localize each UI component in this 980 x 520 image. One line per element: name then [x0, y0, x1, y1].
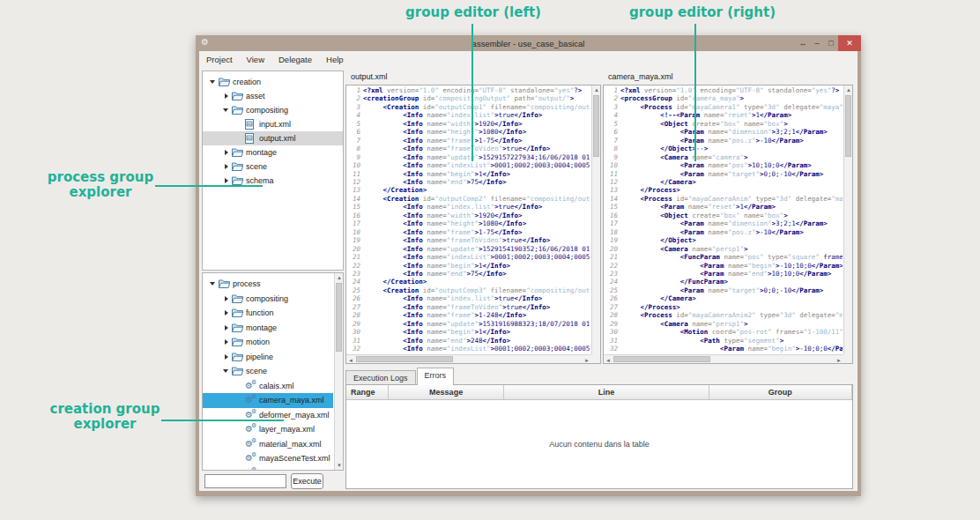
column-header-line[interactable]: Line: [504, 385, 709, 399]
expand-arrow-icon[interactable]: [223, 149, 232, 156]
creation-group-explorer-panel[interactable]: creation asset compositing input.xml out…: [202, 71, 344, 271]
annotation-line-creation-explorer: [161, 420, 284, 421]
code-area[interactable]: <?xml version="1.0" encoding="UTF-8" sta…: [620, 86, 843, 354]
tree-item-pipeline[interactable]: pipeline: [203, 350, 333, 365]
xml-file-icon: [245, 119, 258, 130]
folder-icon: [232, 148, 245, 157]
scroll-left-icon[interactable]: ◄: [604, 356, 612, 364]
maximize-icon[interactable]: □: [824, 39, 838, 48]
expand-arrow-icon[interactable]: [223, 93, 232, 100]
tree-item-calais.xml[interactable]: ⚙⚙calais.xml: [203, 379, 333, 394]
folder-icon: [232, 92, 245, 100]
menu-item-help[interactable]: Help: [326, 55, 344, 64]
tree-item-layer_maya.xml[interactable]: ⚙⚙layer_maya.xml: [203, 422, 333, 437]
menu-item-view[interactable]: View: [247, 55, 264, 64]
tree-item-compositing[interactable]: compositing: [203, 103, 343, 117]
tree-item-creation[interactable]: creation: [203, 75, 343, 89]
folder-icon: [232, 323, 245, 332]
scroll-up-icon[interactable]: ▲: [592, 85, 601, 94]
collapse-arrow-icon[interactable]: [210, 78, 219, 85]
expand-arrow-icon[interactable]: [223, 177, 232, 184]
tree-item-mayaSceneTest.xml[interactable]: ⚙⚙mayaSceneTest.xml: [203, 451, 333, 466]
menu-item-delegate[interactable]: Delegate: [278, 55, 312, 64]
scroll-up-icon[interactable]: ▲: [844, 85, 853, 94]
annotation-creation-group-explorer: creation group explorer: [17, 402, 193, 432]
gears-icon: ⚙⚙: [245, 469, 258, 470]
close-icon[interactable]: ✕: [838, 35, 861, 51]
folder-icon: [232, 176, 245, 185]
process-group-explorer-panel[interactable]: process compositing function montage mot…: [202, 272, 344, 471]
menubar: ProjectViewDelegateHelp: [199, 51, 858, 67]
annotation-group-editor-right: group editor (right): [614, 5, 791, 20]
tree-item-compositing[interactable]: compositing: [203, 292, 333, 307]
minimize-icon[interactable]: –: [810, 39, 824, 48]
expand-arrow-icon[interactable]: [223, 324, 232, 331]
editor-right-hscrollbar[interactable]: ◄ ►: [604, 354, 843, 363]
folder-icon: [232, 106, 245, 115]
expand-arrow-icon[interactable]: [223, 353, 232, 360]
tree-item-motion[interactable]: motion: [203, 335, 333, 350]
column-header-range[interactable]: Range: [346, 385, 389, 399]
errors-table-body: Aucun contenu dans la table: [346, 400, 852, 488]
gears-icon: ⚙⚙: [245, 454, 258, 463]
execute-button[interactable]: Execute: [291, 473, 323, 489]
tree-item-montage[interactable]: montage: [203, 321, 333, 336]
tree-item-input.xml[interactable]: input.xml: [203, 117, 343, 131]
column-header-message[interactable]: Message: [389, 385, 505, 399]
tree-item-scene[interactable]: scene: [203, 160, 343, 174]
group-editor-left: output.xml 12345678910111213141516171819…: [345, 71, 601, 364]
folder-icon: [232, 308, 245, 317]
collapse-arrow-icon[interactable]: [223, 368, 232, 375]
collapse-arrow-icon[interactable]: [223, 107, 232, 114]
gears-icon: ⚙⚙: [245, 425, 258, 434]
gears-icon: ⚙⚙: [245, 382, 258, 390]
annotation-line-right: [694, 24, 696, 161]
titlebar[interactable]: ⚙ assembler - use_case_basical ↔ – □ ✕: [196, 35, 861, 51]
editor-left-codebox[interactable]: 1234567891011121314151617181920212223242…: [345, 85, 601, 364]
scroll-left-icon[interactable]: ◄: [346, 356, 355, 364]
tree-item-merge_max.xml[interactable]: ⚙⚙merge_max.xml: [203, 466, 333, 471]
screenshot-stage: group editor (left) group editor (right)…: [0, 0, 980, 520]
xml-file-icon: [245, 133, 258, 144]
restore-icon[interactable]: ↔: [796, 39, 810, 48]
scroll-right-icon[interactable]: ►: [583, 356, 591, 364]
collapse-arrow-icon[interactable]: [210, 280, 219, 287]
gears-icon: ⚙⚙: [245, 396, 258, 405]
window-content: ProjectViewDelegateHelp creation asset c…: [199, 51, 858, 491]
folder-icon: [232, 294, 245, 303]
editor-left-hscrollbar[interactable]: ◄ ►: [346, 354, 591, 363]
tree-item-function[interactable]: function: [203, 306, 333, 321]
gears-icon: ⚙⚙: [245, 440, 258, 449]
scroll-down-icon[interactable]: ▼: [335, 461, 344, 470]
tree-item-asset[interactable]: asset: [203, 89, 343, 103]
errors-table-header: RangeMessageLineGroup: [346, 385, 852, 400]
annotation-line-process-explorer: [155, 185, 263, 187]
tree-item-material_max.xml[interactable]: ⚙⚙material_max.xml: [203, 437, 333, 452]
folder-icon: [219, 279, 232, 288]
code-area[interactable]: <?xml version="1.0" encoding="UTF-8" sta…: [363, 86, 590, 354]
expand-arrow-icon[interactable]: [223, 163, 232, 170]
tab-errors[interactable]: Errors: [417, 368, 455, 385]
folder-icon: [232, 162, 245, 171]
tree-item-output.xml[interactable]: output.xml: [203, 131, 343, 145]
column-header-group[interactable]: Group: [709, 385, 852, 399]
process-tree[interactable]: process compositing function montage mot…: [203, 273, 333, 470]
editor-left-vscrollbar[interactable]: ▲ ▼: [591, 85, 600, 363]
expand-arrow-icon[interactable]: [223, 309, 232, 316]
scroll-right-icon[interactable]: ►: [835, 356, 843, 364]
tree-item-scene[interactable]: scene: [203, 364, 333, 379]
tree-item-montage[interactable]: montage: [203, 145, 343, 160]
menu-item-project[interactable]: Project: [206, 55, 233, 64]
tree-item-process[interactable]: process: [203, 277, 333, 292]
gears-icon: ⚙⚙: [245, 411, 258, 420]
scroll-up-icon[interactable]: ▲: [335, 273, 344, 282]
command-input[interactable]: [204, 474, 286, 488]
editor-right-vscrollbar[interactable]: ▲ ▼: [843, 85, 852, 363]
expand-arrow-icon[interactable]: [223, 295, 232, 302]
tree-item-camera_maya.xml[interactable]: ⚙⚙camera_maya.xml: [203, 393, 333, 408]
expand-arrow-icon[interactable]: [223, 338, 232, 345]
tab-execution-logs[interactable]: Execution Logs: [345, 370, 416, 385]
editor-right-codebox[interactable]: 1234567891011121314151617181920212223242…: [603, 85, 853, 364]
process-tree-scrollbar[interactable]: ▲ ▼: [334, 273, 343, 470]
annotation-line-left: [471, 24, 473, 161]
